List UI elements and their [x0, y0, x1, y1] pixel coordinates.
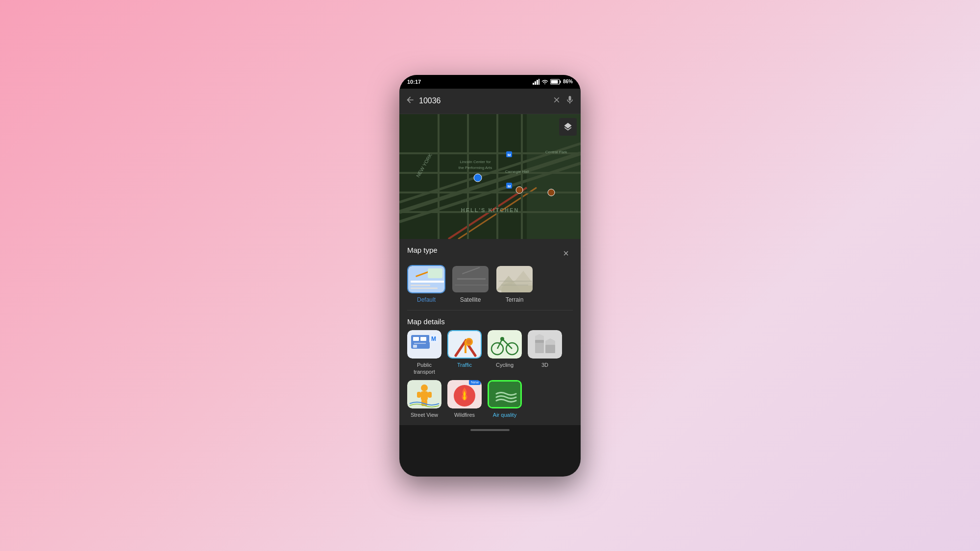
svg-rect-40 — [428, 268, 442, 278]
svg-text:Lincoln Center for: Lincoln Center for — [460, 160, 490, 164]
battery-percent: 86% — [563, 79, 573, 84]
3d-thumb — [528, 330, 562, 359]
signal-icon — [533, 79, 539, 85]
status-right-icons: 86% — [533, 79, 573, 85]
svg-rect-43 — [457, 278, 486, 280]
svg-point-29 — [516, 187, 523, 193]
svg-rect-69 — [535, 342, 544, 353]
transit-thumb: M M — [407, 330, 441, 359]
svg-rect-72 — [545, 345, 555, 353]
svg-text:M: M — [508, 184, 511, 189]
detail-airquality[interactable]: Air quality — [488, 380, 522, 418]
search-input[interactable]: 10036 — [419, 96, 548, 105]
svg-rect-5 — [560, 80, 561, 83]
svg-text:M: M — [508, 153, 511, 157]
terrain-thumb — [495, 265, 534, 293]
svg-rect-56 — [414, 343, 426, 344]
map-details-section: Map details — [399, 311, 581, 330]
svg-point-28 — [474, 174, 482, 182]
transit-label: Publictransport — [414, 361, 435, 376]
svg-rect-70 — [535, 340, 544, 343]
svg-rect-45 — [455, 285, 488, 286]
svg-rect-51 — [501, 285, 528, 286]
map-details-title: Map details — [407, 317, 445, 326]
map-type-default[interactable]: Default — [407, 265, 445, 303]
map-background: NEW YORK Lincoln Center for the Performi… — [399, 114, 581, 239]
svg-point-75 — [421, 384, 428, 391]
status-time: 10:17 — [407, 79, 421, 85]
svg-rect-39 — [411, 287, 438, 289]
map-svg: NEW YORK Lincoln Center for the Performi… — [399, 114, 581, 239]
cycling-thumb — [488, 330, 522, 359]
detail-3d[interactable]: 3D — [528, 330, 562, 376]
traffic-thumb — [447, 330, 482, 359]
detail-transit[interactable]: M M Publictransport — [407, 330, 441, 376]
wifi-icon — [541, 79, 548, 85]
detail-wildfires[interactable]: New Wildfires — [447, 380, 482, 418]
svg-rect-55 — [420, 337, 426, 341]
mic-icon[interactable] — [565, 95, 575, 107]
home-pill — [470, 429, 510, 431]
svg-rect-83 — [489, 382, 522, 408]
layers-button[interactable] — [559, 118, 577, 136]
3d-label: 3D — [541, 361, 548, 368]
svg-rect-36 — [411, 281, 444, 283]
svg-rect-0 — [533, 83, 534, 85]
map-type-terrain[interactable]: Terrain — [495, 265, 534, 303]
svg-text:Central Park: Central Park — [545, 150, 567, 154]
wildfires-thumb: New — [447, 380, 482, 408]
close-button[interactable]: × — [559, 246, 573, 261]
svg-rect-3 — [539, 79, 539, 85]
phone-frame: 10:17 86% — [399, 75, 581, 477]
streetview-thumb — [407, 380, 441, 408]
svg-rect-1 — [535, 81, 536, 85]
svg-rect-6 — [551, 80, 558, 83]
svg-text:M: M — [431, 335, 436, 342]
nav-home-indicator — [399, 425, 581, 435]
airquality-label: Air quality — [493, 411, 516, 418]
back-icon[interactable] — [405, 95, 415, 107]
svg-point-67 — [500, 337, 504, 341]
wildfires-label: Wildfires — [454, 411, 475, 418]
map-type-options: Default Satellite — [399, 265, 581, 310]
map-details-row1: M M Publictransport — [399, 330, 581, 383]
map-area: NEW YORK Lincoln Center for the Performi… — [399, 114, 581, 239]
svg-point-30 — [548, 189, 555, 196]
svg-text:HELL'S KITCHEN: HELL'S KITCHEN — [461, 207, 519, 213]
cycling-label: Cycling — [496, 361, 514, 368]
svg-rect-38 — [411, 285, 430, 286]
svg-rect-54 — [413, 337, 419, 341]
svg-rect-77 — [417, 392, 421, 398]
clear-icon[interactable] — [552, 96, 561, 106]
satellite-label: Satellite — [460, 296, 481, 303]
default-label: Default — [417, 296, 436, 303]
airquality-thumb — [488, 380, 522, 408]
svg-rect-68 — [528, 330, 562, 359]
map-details-row2: Street View New Wildfires — [399, 380, 581, 425]
battery-icon — [550, 79, 561, 85]
traffic-label: Traffic — [457, 361, 472, 368]
map-type-satellite[interactable]: Satellite — [451, 265, 490, 303]
svg-point-63 — [466, 339, 471, 344]
svg-rect-78 — [428, 392, 432, 398]
detail-traffic[interactable]: Traffic — [447, 330, 482, 376]
svg-rect-2 — [537, 80, 538, 85]
streetview-label: Street View — [411, 411, 438, 418]
new-badge: New — [469, 380, 481, 385]
svg-text:the Performing Arts: the Performing Arts — [459, 166, 492, 170]
map-type-title: Map type — [407, 246, 438, 254]
svg-rect-80 — [424, 400, 427, 406]
detail-cycling[interactable]: Cycling — [488, 330, 522, 376]
svg-text:Carnegie Hall: Carnegie Hall — [505, 169, 529, 174]
detail-streetview[interactable]: Street View — [407, 380, 441, 418]
status-bar: 10:17 86% — [399, 75, 581, 89]
svg-rect-50 — [499, 281, 532, 282]
satellite-thumb — [451, 265, 490, 293]
terrain-label: Terrain — [506, 296, 524, 303]
search-bar[interactable]: 10036 — [399, 89, 581, 114]
bottom-panel: Map type × Default — [399, 239, 581, 426]
svg-rect-57 — [413, 345, 417, 348]
map-type-section: Map type × — [399, 239, 581, 265]
svg-rect-76 — [421, 391, 428, 400]
default-thumb — [407, 265, 445, 293]
